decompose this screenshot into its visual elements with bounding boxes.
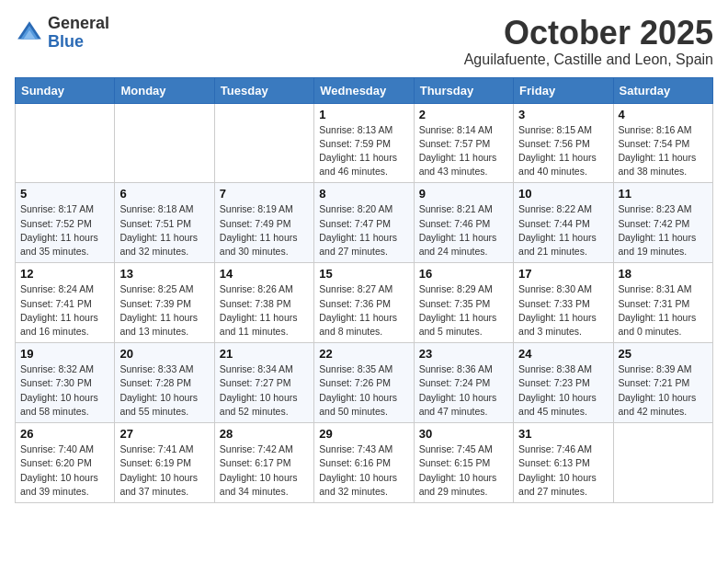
day-number: 15 [319, 267, 408, 281]
day-info: Sunrise: 8:13 AM Sunset: 7:59 PM Dayligh… [319, 123, 408, 179]
calendar-week-row: 5Sunrise: 8:17 AM Sunset: 7:52 PM Daylig… [16, 183, 713, 263]
col-header-tuesday: Tuesday [214, 77, 313, 103]
logo-blue: Blue [48, 32, 84, 51]
calendar-cell: 19Sunrise: 8:32 AM Sunset: 7:30 PM Dayli… [16, 343, 115, 423]
calendar-cell: 20Sunrise: 8:33 AM Sunset: 7:28 PM Dayli… [115, 343, 214, 423]
col-header-sunday: Sunday [16, 77, 115, 103]
day-number: 10 [518, 187, 608, 201]
calendar-cell: 3Sunrise: 8:15 AM Sunset: 7:56 PM Daylig… [514, 103, 613, 183]
day-number: 22 [319, 347, 408, 361]
day-number: 12 [20, 267, 109, 281]
day-number: 25 [619, 347, 708, 361]
day-info: Sunrise: 7:46 AM Sunset: 6:13 PM Dayligh… [518, 442, 608, 499]
day-number: 2 [419, 108, 508, 121]
day-info: Sunrise: 8:14 AM Sunset: 7:57 PM Dayligh… [419, 123, 508, 179]
calendar-cell: 8Sunrise: 8:20 AM Sunset: 7:47 PM Daylig… [314, 183, 414, 263]
day-number: 20 [119, 347, 209, 361]
day-info: Sunrise: 8:35 AM Sunset: 7:26 PM Dayligh… [319, 362, 408, 419]
month-title: October 2025 [464, 15, 713, 52]
day-info: Sunrise: 8:20 AM Sunset: 7:47 PM Dayligh… [319, 202, 408, 259]
col-header-monday: Monday [115, 77, 214, 103]
page-header: General Blue October 2025 Aguilafuente, … [15, 15, 713, 68]
calendar-header-row: SundayMondayTuesdayWednesdayThursdayFrid… [16, 77, 713, 103]
calendar-cell: 18Sunrise: 8:31 AM Sunset: 7:31 PM Dayli… [613, 263, 712, 343]
calendar-cell [214, 103, 313, 183]
day-number: 29 [319, 427, 408, 441]
calendar-week-row: 19Sunrise: 8:32 AM Sunset: 7:30 PM Dayli… [16, 343, 713, 423]
day-number: 30 [419, 427, 508, 441]
calendar-cell [16, 103, 115, 183]
calendar-cell: 2Sunrise: 8:14 AM Sunset: 7:57 PM Daylig… [414, 103, 513, 183]
calendar-cell: 21Sunrise: 8:34 AM Sunset: 7:27 PM Dayli… [214, 343, 313, 423]
calendar-cell: 23Sunrise: 8:36 AM Sunset: 7:24 PM Dayli… [414, 343, 513, 423]
day-number: 7 [220, 187, 309, 201]
col-header-thursday: Thursday [414, 77, 513, 103]
calendar-cell: 17Sunrise: 8:30 AM Sunset: 7:33 PM Dayli… [514, 263, 613, 343]
day-number: 4 [619, 108, 708, 121]
day-number: 16 [419, 267, 508, 281]
day-info: Sunrise: 8:39 AM Sunset: 7:21 PM Dayligh… [619, 362, 708, 419]
calendar-cell: 30Sunrise: 7:45 AM Sunset: 6:15 PM Dayli… [414, 423, 513, 503]
day-number: 1 [319, 108, 408, 121]
calendar-cell: 16Sunrise: 8:29 AM Sunset: 7:35 PM Dayli… [414, 263, 513, 343]
calendar-cell: 7Sunrise: 8:19 AM Sunset: 7:49 PM Daylig… [214, 183, 313, 263]
day-number: 21 [220, 347, 309, 361]
day-info: Sunrise: 8:23 AM Sunset: 7:42 PM Dayligh… [619, 202, 708, 259]
day-info: Sunrise: 8:29 AM Sunset: 7:35 PM Dayligh… [419, 282, 508, 339]
day-info: Sunrise: 7:45 AM Sunset: 6:15 PM Dayligh… [419, 442, 508, 499]
day-info: Sunrise: 8:21 AM Sunset: 7:46 PM Dayligh… [419, 202, 508, 259]
calendar-cell: 12Sunrise: 8:24 AM Sunset: 7:41 PM Dayli… [16, 263, 115, 343]
day-number: 23 [419, 347, 508, 361]
day-number: 18 [619, 267, 708, 281]
col-header-wednesday: Wednesday [314, 77, 414, 103]
calendar-cell: 10Sunrise: 8:22 AM Sunset: 7:44 PM Dayli… [514, 183, 613, 263]
logo: General Blue [15, 15, 109, 52]
day-number: 3 [518, 108, 608, 121]
calendar-table: SundayMondayTuesdayWednesdayThursdayFrid… [15, 77, 713, 503]
calendar-cell: 11Sunrise: 8:23 AM Sunset: 7:42 PM Dayli… [613, 183, 712, 263]
day-info: Sunrise: 8:32 AM Sunset: 7:30 PM Dayligh… [20, 362, 109, 419]
logo-text: General Blue [48, 15, 109, 52]
calendar-cell [613, 423, 712, 503]
day-info: Sunrise: 7:40 AM Sunset: 6:20 PM Dayligh… [20, 442, 109, 499]
calendar-cell: 14Sunrise: 8:26 AM Sunset: 7:38 PM Dayli… [214, 263, 313, 343]
calendar-week-row: 26Sunrise: 7:40 AM Sunset: 6:20 PM Dayli… [16, 423, 713, 503]
day-number: 9 [419, 187, 508, 201]
day-number: 24 [518, 347, 608, 361]
calendar-cell: 29Sunrise: 7:43 AM Sunset: 6:16 PM Dayli… [314, 423, 414, 503]
calendar-cell: 9Sunrise: 8:21 AM Sunset: 7:46 PM Daylig… [414, 183, 513, 263]
day-info: Sunrise: 8:24 AM Sunset: 7:41 PM Dayligh… [20, 282, 109, 339]
day-info: Sunrise: 8:31 AM Sunset: 7:31 PM Dayligh… [619, 282, 708, 339]
day-info: Sunrise: 8:34 AM Sunset: 7:27 PM Dayligh… [220, 362, 309, 419]
location-title: Aguilafuente, Castille and Leon, Spain [464, 52, 713, 68]
day-number: 26 [20, 427, 109, 441]
day-number: 6 [119, 187, 209, 201]
calendar-week-row: 12Sunrise: 8:24 AM Sunset: 7:41 PM Dayli… [16, 263, 713, 343]
calendar-cell: 5Sunrise: 8:17 AM Sunset: 7:52 PM Daylig… [16, 183, 115, 263]
calendar-cell: 15Sunrise: 8:27 AM Sunset: 7:36 PM Dayli… [314, 263, 414, 343]
day-info: Sunrise: 8:17 AM Sunset: 7:52 PM Dayligh… [20, 202, 109, 259]
day-info: Sunrise: 8:36 AM Sunset: 7:24 PM Dayligh… [419, 362, 508, 419]
day-info: Sunrise: 8:25 AM Sunset: 7:39 PM Dayligh… [119, 282, 209, 339]
logo-general: General [48, 14, 109, 32]
day-info: Sunrise: 8:27 AM Sunset: 7:36 PM Dayligh… [319, 282, 408, 339]
day-number: 17 [518, 267, 608, 281]
day-number: 5 [20, 187, 109, 201]
day-number: 13 [119, 267, 209, 281]
calendar-cell: 28Sunrise: 7:42 AM Sunset: 6:17 PM Dayli… [214, 423, 313, 503]
day-info: Sunrise: 8:22 AM Sunset: 7:44 PM Dayligh… [518, 202, 608, 259]
calendar-week-row: 1Sunrise: 8:13 AM Sunset: 7:59 PM Daylig… [16, 103, 713, 183]
col-header-saturday: Saturday [613, 77, 712, 103]
day-info: Sunrise: 8:15 AM Sunset: 7:56 PM Dayligh… [518, 123, 608, 179]
title-block: October 2025 Aguilafuente, Castille and … [464, 15, 713, 68]
col-header-friday: Friday [514, 77, 613, 103]
calendar-cell: 24Sunrise: 8:38 AM Sunset: 7:23 PM Dayli… [514, 343, 613, 423]
day-number: 19 [20, 347, 109, 361]
day-number: 14 [220, 267, 309, 281]
day-info: Sunrise: 8:30 AM Sunset: 7:33 PM Dayligh… [518, 282, 608, 339]
calendar-cell: 13Sunrise: 8:25 AM Sunset: 7:39 PM Dayli… [115, 263, 214, 343]
calendar-cell: 25Sunrise: 8:39 AM Sunset: 7:21 PM Dayli… [613, 343, 712, 423]
calendar-cell: 1Sunrise: 8:13 AM Sunset: 7:59 PM Daylig… [314, 103, 414, 183]
day-info: Sunrise: 7:41 AM Sunset: 6:19 PM Dayligh… [119, 442, 209, 499]
day-number: 28 [220, 427, 309, 441]
